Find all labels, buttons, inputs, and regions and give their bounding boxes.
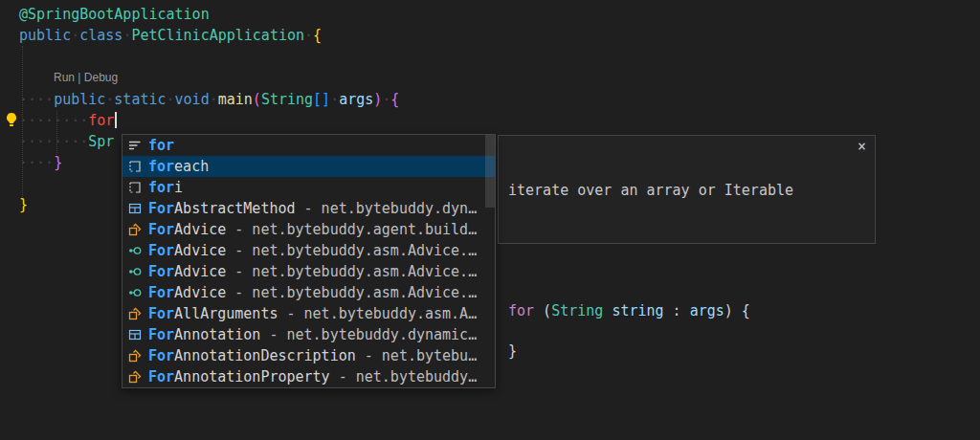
code-token: · [71,27,79,44]
suggestion-detail: - net.bytebuddy.asm.A… [278,305,477,322]
docs-description: iterate over an array or Iterable [508,181,865,201]
suggestion-item[interactable]: ForAdvice - net.bytebuddy.asm.Advice.… [122,282,495,303]
suggestion-label: ForAdvice [148,263,226,280]
code-token: · [105,91,114,108]
code-token: ( [534,302,551,319]
suggestion-detail: - net.bytebuddy… [330,368,478,385]
code-token: ) [373,91,382,108]
suggestion-item[interactable]: ForAdvice - net.bytebuddy.asm.Advice.… [122,240,495,261]
code-token: } [54,154,62,171]
codelens: Run | Debug [19,67,399,89]
code-token: · [304,27,313,44]
codelens-debug-link[interactable]: Debug [84,71,118,84]
code-token: { [390,91,399,108]
code-token: · [210,91,218,108]
suggestion-item[interactable]: ForAbstractMethod - net.bytebuddy.dyn… [122,198,495,219]
suggestion-label: ForAdvice [148,221,226,238]
suggestion-detail: - net.bytebuddy.asm.Advice.… [226,263,477,280]
code-token: ···· [19,91,54,108]
code-token: ···· [19,154,54,171]
code-token: ) { [724,302,750,319]
code-token: @SpringBootApplication [19,6,210,23]
codelens-run-link[interactable]: Run [54,71,75,84]
code-line: public·class·PetClinicApplication·{ [19,25,399,46]
suggestion-item[interactable]: ForAdvice - net.bytebuddy.agent.build… [122,219,495,240]
class-icon [127,306,143,321]
suggestion-item[interactable]: ForAnnotationProperty - net.bytebuddy… [122,366,495,387]
code-token: Spr [88,133,114,150]
snippet-icon [127,159,143,174]
code-token: string [612,302,663,319]
suggestion-item[interactable]: ForAnnotation - net.bytebuddy.dynamic… [122,324,495,345]
code-token: ········ [19,112,88,129]
suggestion-label: ForAdvice [148,284,226,301]
code-token: ( [253,91,261,108]
code-token: public [54,91,105,108]
suggestion-item[interactable]: ForAllArguments - net.bytebuddy.asm.A… [122,303,495,324]
suggestion-item[interactable]: for [122,135,495,156]
code-token: for [88,112,114,129]
suggestion-label: ForAnnotationProperty [148,368,330,385]
suggestion-label: fori [148,179,183,196]
suggestion-detail: - net.bytebu… [356,347,477,364]
code-token: : [664,302,690,319]
suggestion-label: ForAnnotation [148,326,260,343]
code-token: String [551,302,603,319]
interface-icon [127,243,143,258]
suggestion-detail: - net.bytebuddy.dynamic… [260,326,477,343]
code-line [19,46,399,67]
suggestion-detail: - net.bytebuddy.asm.Advice.… [226,242,477,259]
suggestion-detail: - net.bytebuddy.agent.build… [226,221,477,238]
suggestion-detail: - net.bytebuddy.dyn… [296,200,478,217]
keyword-icon [127,138,143,153]
code-token: PetClinicApplication [131,27,304,44]
code-token: · [167,91,175,108]
code-token: ········ [19,133,88,150]
class-icon [127,369,143,385]
code-line: ········for [19,110,399,131]
class-icon [127,222,143,237]
interface-icon [127,264,143,279]
suggestion-label: foreach [148,158,209,175]
suggest-list: forforeachforiForAbstractMethod - net.by… [122,135,495,387]
code-token: · [330,91,339,108]
code-token: args [339,91,373,108]
docs-code-line: for (String string : args) { [508,301,865,321]
code-token: main [218,91,253,108]
code-line: @SpringBootApplication [19,4,399,25]
code-token: public [19,27,71,44]
code-token: · [382,91,390,108]
code-token: [] [313,91,330,108]
code-line: ····public·static·void·main(String[]·arg… [19,89,399,110]
suggestion-detail: - net.bytebuddy.asm.Advice.… [226,284,477,301]
code-token: } [19,196,28,213]
docs-code-lines: for (String string : args) {} [508,301,865,362]
docs-blank-line [508,241,865,261]
suggestion-item[interactable]: foreach [122,156,495,177]
docs-code-line: } [508,341,865,362]
suggestion-label: ForAdvice [148,242,226,259]
code-token: } [508,342,517,360]
suggestion-item[interactable]: fori [122,177,495,198]
docs-code-line [508,321,865,341]
code-token: { [313,27,322,44]
suggest-scrollbar[interactable] [485,135,495,208]
close-icon[interactable]: × [858,139,866,154]
code-token: String [261,91,313,108]
code-token: static [114,91,166,108]
suggest-docs-panel: × iterate over an array or Iterable for … [498,135,876,244]
code-token: class [79,27,122,44]
suggestion-label: for [148,137,174,154]
vscode-editor: { "colors": { "background": "#1f1f1f", "… [0,0,980,440]
suggest-widget: forforeachforiForAbstractMethod - net.by… [122,134,496,388]
code-token: void [175,91,210,108]
snippet-icon [127,180,143,195]
suggestion-label: ForAnnotationDescription [148,347,356,364]
interface-icon [127,285,143,300]
class-icon [127,348,143,363]
code-token: for [508,302,534,319]
suggestion-item[interactable]: ForAnnotationDescription - net.bytebu… [122,345,495,366]
struct-icon [127,327,143,342]
suggestion-item[interactable]: ForAdvice - net.bytebuddy.asm.Advice.… [122,261,495,282]
lightbulb-icon[interactable] [4,112,19,127]
